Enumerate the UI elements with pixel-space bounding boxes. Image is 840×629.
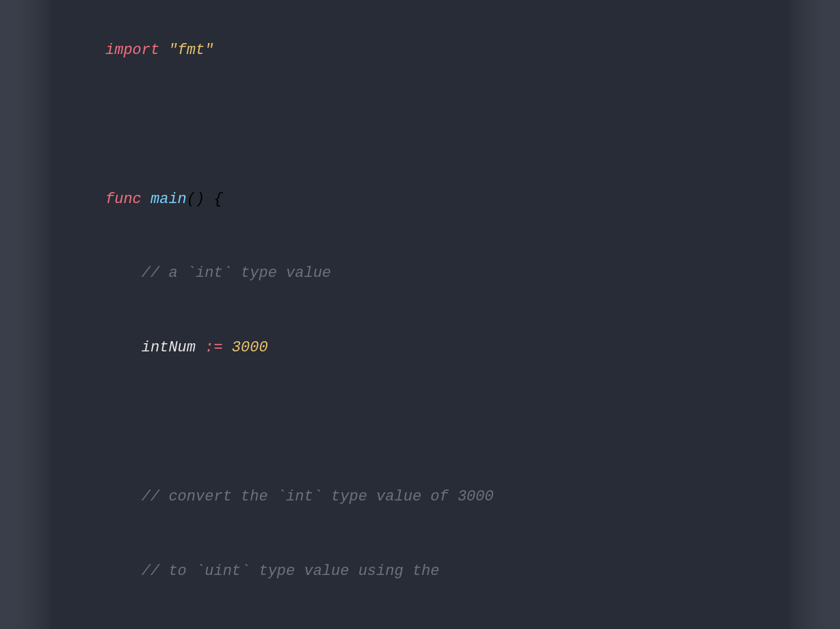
code-block: /* Convert `int` type value to `uint` ty… <box>105 0 735 629</box>
line-comment1: // a `int` type value <box>105 261 735 286</box>
line-blank-4 <box>105 410 735 435</box>
line-blank-3 <box>105 113 735 137</box>
line-comment2: // convert the `int` type value of 3000 <box>105 485 735 509</box>
code-window: /* Convert `int` type value to `uint` ty… <box>51 0 789 629</box>
line-import: import "fmt" <box>105 38 735 63</box>
line-comment3: // to `uint` type value using the <box>105 559 735 584</box>
line-var1: intNum := 3000 <box>105 336 735 360</box>
line-func: func main() { <box>105 187 735 212</box>
